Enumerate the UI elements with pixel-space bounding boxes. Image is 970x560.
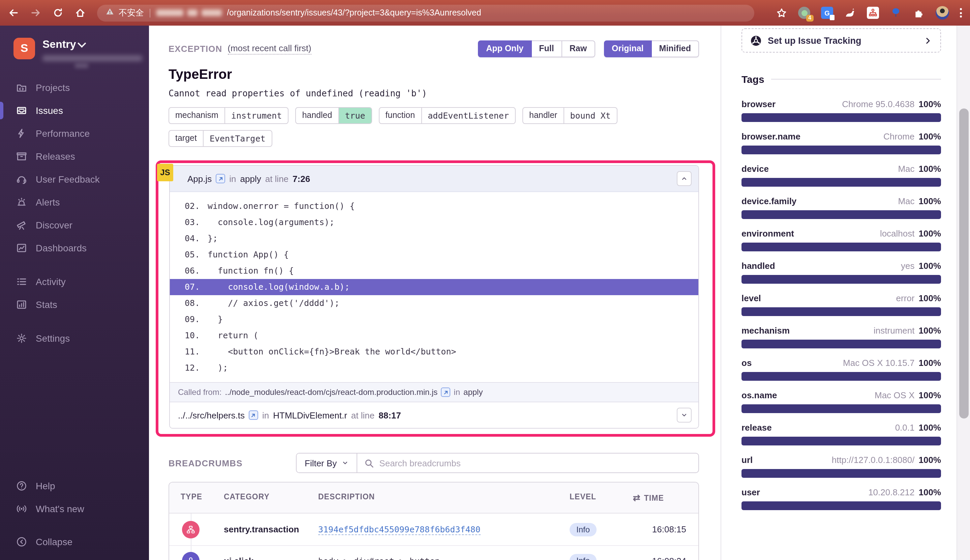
stack-frame-card: App.js in apply at line 7:26 02.window.o… <box>169 165 699 428</box>
scrollbar-thumb[interactable] <box>959 108 968 418</box>
tag-distribution-bar[interactable] <box>742 113 941 122</box>
tag-distribution-bar[interactable] <box>742 502 941 510</box>
tag-device-family[interactable]: device.familyMac100% <box>742 196 941 219</box>
tag-distribution-bar[interactable] <box>742 437 941 445</box>
sidebar-item-alerts[interactable]: Alerts <box>0 191 149 213</box>
tag-user[interactable]: user10.20.8.212100% <box>742 487 941 510</box>
breadcrumb-row-ui-click[interactable]: ui.click body > div#root > button Info 1… <box>169 545 698 560</box>
transaction-id-link[interactable]: 3194ef5dfdbc455099e788f6b6d3f480 <box>318 524 481 535</box>
tag-distribution-bar[interactable] <box>742 243 941 252</box>
tag-browser-name[interactable]: browser.nameChrome100% <box>742 132 941 154</box>
sidebar-item-projects[interactable]: Projects <box>0 76 149 99</box>
page-scrollbar[interactable] <box>957 26 970 560</box>
full-button[interactable]: Full <box>532 40 562 57</box>
sidebar-item-collapse[interactable]: Collapse <box>0 530 149 553</box>
tag-release[interactable]: release0.0.1100% <box>742 423 941 445</box>
tag-distribution-bar[interactable] <box>742 210 941 219</box>
minified-button[interactable]: Minified <box>652 40 699 57</box>
tag-distribution-bar[interactable] <box>742 372 941 381</box>
app-only-button[interactable]: App Only <box>478 40 532 57</box>
tag-distribution-bar[interactable] <box>742 275 941 284</box>
browser-menu-icon[interactable] <box>960 8 962 18</box>
tag-distribution-bar[interactable] <box>742 469 941 478</box>
open-source-icon[interactable] <box>249 410 258 420</box>
bookmark-star-icon[interactable] <box>775 7 787 19</box>
sidebar-item-releases[interactable]: Releases <box>0 145 149 168</box>
col-time-sort[interactable]: TIME <box>633 493 698 503</box>
collapsed-frame-row[interactable]: ../../src/helpers.ts in HTMLDivElement.r… <box>170 402 698 428</box>
meta-pill-handler[interactable]: handlerbound Xt <box>522 107 617 124</box>
home-button[interactable] <box>75 7 86 18</box>
sidebar-item-discover[interactable]: Discover <box>0 213 149 237</box>
tag-level[interactable]: levelerror100% <box>742 293 941 316</box>
expand-frame-button[interactable] <box>677 408 692 423</box>
tag-environment[interactable]: environmentlocalhost100% <box>742 228 941 252</box>
dashboards-icon <box>16 243 27 253</box>
issue-sidebar: Set up Issue Tracking Tags browserChrome… <box>721 26 949 560</box>
profile-avatar[interactable] <box>936 6 949 20</box>
forward-button[interactable] <box>30 7 41 18</box>
breadcrumb-row-transaction[interactable]: sentry.transaction 3194ef5dfdbc455099e78… <box>169 513 698 545</box>
meta-pill-target[interactable]: targetEventTarget <box>168 130 272 147</box>
original-button[interactable]: Original <box>603 40 652 57</box>
exception-order-hint[interactable]: (most recent call first) <box>228 43 312 55</box>
security-warning-icon[interactable] <box>105 7 115 19</box>
stats-icon <box>16 299 27 310</box>
sidebar-item-performance[interactable]: Performance <box>0 122 149 145</box>
search-breadcrumbs-input[interactable] <box>379 458 692 468</box>
sidebar-item-settings[interactable]: Settings <box>0 327 149 350</box>
sidebar-nav: Projects Issues Performance Releases Use… <box>0 76 149 350</box>
sidebar-item-stats[interactable]: Stats <box>0 293 149 316</box>
sidebar-item-user-feedback[interactable]: User Feedback <box>0 168 149 191</box>
filter-by-button[interactable]: Filter By <box>297 453 357 472</box>
called-from-function: apply <box>463 387 483 397</box>
breadcrumb-category: ui.click <box>224 556 318 560</box>
extensions-puzzle-icon[interactable] <box>913 7 925 19</box>
tag-os-name[interactable]: os.nameMac OS X100% <box>742 390 941 413</box>
tag-url[interactable]: urlhttp://127.0.0.1:8080/100% <box>742 455 941 478</box>
meta-pill-function[interactable]: functionaddEventListener <box>379 107 516 124</box>
balloon-extension-icon[interactable] <box>890 7 902 19</box>
raw-button[interactable]: Raw <box>562 40 595 57</box>
tag-mechanism[interactable]: mechanisminstrument100% <box>742 325 941 348</box>
tag-distribution-bar[interactable] <box>742 404 941 413</box>
tag-os[interactable]: osMac OS X 10.15.7100% <box>742 358 941 381</box>
code-line: 06. function fn() { <box>170 263 698 279</box>
tag-browser[interactable]: browserChrome 95.0.4638100% <box>742 99 941 122</box>
setup-issue-tracking[interactable]: Set up Issue Tracking <box>742 28 941 53</box>
open-source-icon[interactable] <box>441 387 450 397</box>
stack-frame-header[interactable]: App.js in apply at line 7:26 <box>170 166 698 192</box>
meta-pill-mechanism[interactable]: mechanisminstrument <box>168 107 288 124</box>
dog-extension-icon[interactable] <box>844 7 856 19</box>
open-source-icon[interactable] <box>216 174 225 183</box>
sidebar-item-whats-new[interactable]: What's new <box>0 497 149 520</box>
back-button[interactable] <box>8 7 19 18</box>
meta-pill-handled[interactable]: handledtrue <box>295 107 372 124</box>
security-label[interactable]: 不安全 <box>118 7 144 18</box>
sidebar-item-help[interactable]: Help <box>0 474 149 497</box>
tag-distribution-bar[interactable] <box>742 307 941 316</box>
collapse-frame-button[interactable] <box>677 171 692 186</box>
code-line: 03. console.log(arguments); <box>170 214 698 230</box>
breadcrumb-description: body > div#root > button <box>318 556 570 560</box>
col-category: CATEGORY <box>224 493 318 503</box>
tag-device[interactable]: deviceMac100% <box>742 164 941 187</box>
tag-distribution-bar[interactable] <box>742 178 941 187</box>
extension-recorder-icon[interactable]: 4 <box>798 7 810 19</box>
translate-extension-icon[interactable]: G <box>821 7 833 19</box>
url-path[interactable]: /organizations/sentry/issues/43/?project… <box>227 8 481 18</box>
exception-section-label: EXCEPTION <box>168 44 222 54</box>
sitemap-extension-icon[interactable] <box>867 7 879 19</box>
refresh-button[interactable] <box>53 7 63 18</box>
tag-handled[interactable]: handledyes100% <box>742 261 941 284</box>
sidebar-item-issues[interactable]: Issues <box>0 99 149 122</box>
sidebar-item-activity[interactable]: Activity <box>0 270 149 293</box>
breadcrumbs-table: TYPE CATEGORY DESCRIPTION LEVEL TIME sen… <box>168 482 699 560</box>
tag-distribution-bar[interactable] <box>742 145 941 154</box>
url-bar[interactable]: 不安全 /organizations/sentry/issues/43/?pro… <box>97 4 754 21</box>
user-feedback-icon <box>16 174 27 185</box>
sidebar: S Sentry Projects Issues Perform <box>0 26 149 560</box>
org-switcher[interactable]: S Sentry <box>0 26 149 68</box>
sidebar-item-dashboards[interactable]: Dashboards <box>0 237 149 260</box>
tag-distribution-bar[interactable] <box>742 340 941 348</box>
